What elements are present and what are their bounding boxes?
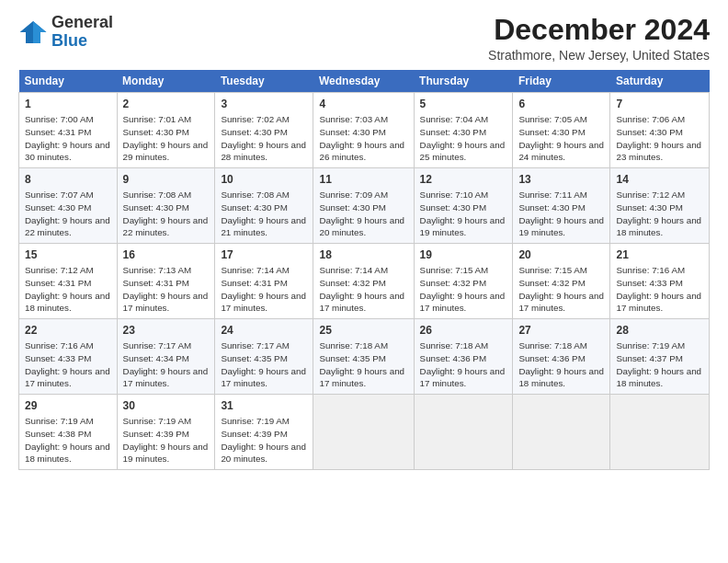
table-cell: 27Sunrise: 7:18 AM Sunset: 4:36 PM Dayli… [513, 319, 610, 395]
day-info: Sunrise: 7:19 AM Sunset: 4:38 PM Dayligh… [25, 415, 111, 465]
day-info: Sunrise: 7:14 AM Sunset: 4:31 PM Dayligh… [221, 264, 307, 315]
day-info: Sunrise: 7:18 AM Sunset: 4:35 PM Dayligh… [319, 339, 407, 390]
day-info: Sunrise: 7:04 AM Sunset: 4:30 PM Dayligh… [420, 113, 507, 164]
day-info: Sunrise: 7:12 AM Sunset: 4:31 PM Dayligh… [25, 264, 111, 315]
table-cell: 20Sunrise: 7:15 AM Sunset: 4:32 PM Dayli… [513, 244, 610, 319]
day-info: Sunrise: 7:16 AM Sunset: 4:33 PM Dayligh… [25, 339, 111, 390]
day-info: Sunrise: 7:19 AM Sunset: 4:39 PM Dayligh… [221, 415, 307, 465]
day-info: Sunrise: 7:13 AM Sunset: 4:31 PM Dayligh… [123, 264, 210, 315]
table-row: 8Sunrise: 7:07 AM Sunset: 4:30 PM Daylig… [19, 168, 710, 244]
day-number: 28 [616, 323, 703, 338]
day-number: 18 [319, 247, 407, 262]
month-title: December 2024 [488, 14, 710, 46]
day-number: 8 [25, 172, 111, 187]
table-cell [610, 395, 710, 470]
table-cell: 17Sunrise: 7:14 AM Sunset: 4:31 PM Dayli… [215, 244, 313, 319]
day-info: Sunrise: 7:00 AM Sunset: 4:31 PM Dayligh… [25, 113, 111, 164]
table-cell [513, 395, 610, 470]
location: Strathmore, New Jersey, United States [488, 48, 710, 63]
table-cell: 28Sunrise: 7:19 AM Sunset: 4:37 PM Dayli… [610, 319, 710, 395]
day-number: 26 [420, 323, 507, 338]
day-number: 15 [25, 247, 111, 262]
table-row: 15Sunrise: 7:12 AM Sunset: 4:31 PM Dayli… [19, 244, 710, 319]
day-info: Sunrise: 7:12 AM Sunset: 4:30 PM Dayligh… [616, 189, 703, 239]
table-cell: 2Sunrise: 7:01 AM Sunset: 4:30 PM Daylig… [117, 93, 215, 168]
table-cell [313, 395, 414, 470]
day-number: 11 [319, 172, 407, 187]
table-cell: 15Sunrise: 7:12 AM Sunset: 4:31 PM Dayli… [19, 244, 118, 319]
day-info: Sunrise: 7:15 AM Sunset: 4:32 PM Dayligh… [518, 264, 604, 315]
table-cell: 12Sunrise: 7:10 AM Sunset: 4:30 PM Dayli… [414, 168, 513, 244]
col-saturday: Saturday [610, 70, 710, 93]
day-number: 6 [518, 97, 604, 111]
col-tuesday: Tuesday [215, 70, 313, 93]
day-number: 12 [420, 172, 507, 187]
day-number: 30 [123, 398, 210, 413]
table-cell: 11Sunrise: 7:09 AM Sunset: 4:30 PM Dayli… [313, 168, 414, 244]
svg-marker-1 [33, 21, 46, 43]
col-wednesday: Wednesday [313, 70, 414, 93]
logo-icon [18, 17, 48, 47]
day-info: Sunrise: 7:07 AM Sunset: 4:30 PM Dayligh… [25, 189, 111, 239]
day-info: Sunrise: 7:08 AM Sunset: 4:30 PM Dayligh… [123, 189, 210, 239]
table-cell: 16Sunrise: 7:13 AM Sunset: 4:31 PM Dayli… [117, 244, 215, 319]
calendar-body: 1Sunrise: 7:00 AM Sunset: 4:31 PM Daylig… [19, 93, 710, 470]
day-number: 2 [123, 97, 210, 111]
table-cell: 19Sunrise: 7:15 AM Sunset: 4:32 PM Dayli… [414, 244, 513, 319]
day-number: 27 [518, 323, 604, 338]
table-cell: 4Sunrise: 7:03 AM Sunset: 4:30 PM Daylig… [313, 93, 414, 168]
table-cell: 26Sunrise: 7:18 AM Sunset: 4:36 PM Dayli… [414, 319, 513, 395]
table-cell: 21Sunrise: 7:16 AM Sunset: 4:33 PM Dayli… [610, 244, 710, 319]
title-block: December 2024 Strathmore, New Jersey, Un… [488, 14, 710, 63]
day-number: 14 [616, 172, 703, 187]
table-cell: 13Sunrise: 7:11 AM Sunset: 4:30 PM Dayli… [513, 168, 610, 244]
day-info: Sunrise: 7:16 AM Sunset: 4:33 PM Dayligh… [616, 264, 703, 315]
day-number: 4 [319, 97, 407, 111]
day-number: 19 [420, 247, 507, 262]
day-number: 31 [221, 398, 307, 413]
table-cell: 14Sunrise: 7:12 AM Sunset: 4:30 PM Dayli… [610, 168, 710, 244]
logo-text: General Blue [51, 14, 113, 51]
day-number: 25 [319, 323, 407, 338]
day-info: Sunrise: 7:11 AM Sunset: 4:30 PM Dayligh… [518, 189, 604, 239]
day-number: 5 [420, 97, 507, 111]
day-info: Sunrise: 7:10 AM Sunset: 4:30 PM Dayligh… [420, 189, 507, 239]
col-sunday: Sunday [19, 70, 118, 93]
day-number: 17 [221, 247, 307, 262]
day-info: Sunrise: 7:19 AM Sunset: 4:39 PM Dayligh… [123, 415, 210, 465]
day-info: Sunrise: 7:01 AM Sunset: 4:30 PM Dayligh… [123, 113, 210, 164]
table-row: 22Sunrise: 7:16 AM Sunset: 4:33 PM Dayli… [19, 319, 710, 395]
day-info: Sunrise: 7:14 AM Sunset: 4:32 PM Dayligh… [319, 264, 407, 315]
day-number: 9 [123, 172, 210, 187]
day-number: 3 [221, 97, 307, 111]
day-number: 21 [616, 247, 703, 262]
day-number: 1 [25, 97, 111, 111]
day-number: 24 [221, 323, 307, 338]
table-cell: 24Sunrise: 7:17 AM Sunset: 4:35 PM Dayli… [215, 319, 313, 395]
day-info: Sunrise: 7:19 AM Sunset: 4:37 PM Dayligh… [616, 339, 703, 390]
table-cell: 5Sunrise: 7:04 AM Sunset: 4:30 PM Daylig… [414, 93, 513, 168]
table-cell: 1Sunrise: 7:00 AM Sunset: 4:31 PM Daylig… [19, 93, 118, 168]
day-info: Sunrise: 7:18 AM Sunset: 4:36 PM Dayligh… [518, 339, 604, 390]
table-cell: 23Sunrise: 7:17 AM Sunset: 4:34 PM Dayli… [117, 319, 215, 395]
page-container: General Blue December 2024 Strathmore, N… [0, 0, 728, 563]
day-info: Sunrise: 7:17 AM Sunset: 4:34 PM Dayligh… [123, 339, 210, 390]
col-thursday: Thursday [414, 70, 513, 93]
day-number: 7 [616, 97, 703, 111]
day-info: Sunrise: 7:06 AM Sunset: 4:30 PM Dayligh… [616, 113, 703, 164]
table-cell: 29Sunrise: 7:19 AM Sunset: 4:38 PM Dayli… [19, 395, 118, 470]
day-info: Sunrise: 7:02 AM Sunset: 4:30 PM Dayligh… [221, 113, 307, 164]
table-cell [414, 395, 513, 470]
table-cell: 6Sunrise: 7:05 AM Sunset: 4:30 PM Daylig… [513, 93, 610, 168]
logo-general: General [51, 13, 113, 31]
table-cell: 3Sunrise: 7:02 AM Sunset: 4:30 PM Daylig… [215, 93, 313, 168]
table-cell: 22Sunrise: 7:16 AM Sunset: 4:33 PM Dayli… [19, 319, 118, 395]
day-info: Sunrise: 7:03 AM Sunset: 4:30 PM Dayligh… [319, 113, 407, 164]
table-cell: 25Sunrise: 7:18 AM Sunset: 4:35 PM Dayli… [313, 319, 414, 395]
table-cell: 7Sunrise: 7:06 AM Sunset: 4:30 PM Daylig… [610, 93, 710, 168]
table-cell: 31Sunrise: 7:19 AM Sunset: 4:39 PM Dayli… [215, 395, 313, 470]
day-number: 16 [123, 247, 210, 262]
day-number: 20 [518, 247, 604, 262]
table-cell: 18Sunrise: 7:14 AM Sunset: 4:32 PM Dayli… [313, 244, 414, 319]
calendar-table: Sunday Monday Tuesday Wednesday Thursday… [18, 70, 710, 470]
